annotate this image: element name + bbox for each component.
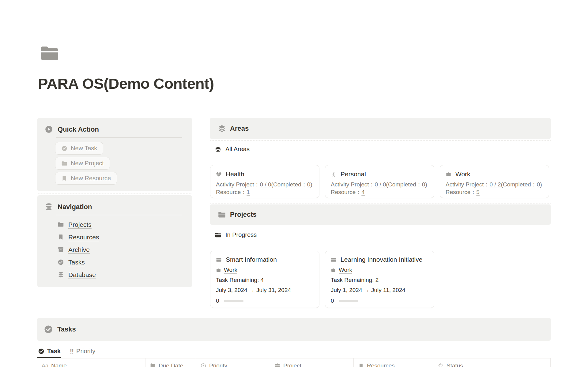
briefcase-icon <box>331 268 336 273</box>
navigation-title: Navigation <box>58 203 92 211</box>
folder-icon <box>61 160 67 167</box>
quick-action-panel: Quick Action New Task <box>37 118 192 191</box>
project-card-smart-information[interactable]: Smart Information Work Task Remaining: 4… <box>210 251 319 308</box>
progress-bar <box>339 300 358 302</box>
tab-task[interactable]: Task <box>37 345 61 358</box>
project-progress-row: 0 <box>331 298 428 304</box>
heart-pulse-icon <box>216 171 222 177</box>
area-card-personal[interactable]: Personal Activity Project：0 / 0(Complete… <box>325 165 434 198</box>
play-circle-icon <box>45 125 53 133</box>
new-project-label: New Project <box>71 160 104 167</box>
nav-item-database[interactable]: Database <box>58 268 186 281</box>
database-icon <box>58 272 64 278</box>
column-header-resources[interactable]: Resources <box>354 358 433 367</box>
completed-count-link[interactable]: 0 <box>307 181 311 188</box>
completed-count-link[interactable]: 0 <box>422 181 425 188</box>
task-remaining: Task Remaining: 4 <box>216 277 314 283</box>
card-title-row: Health <box>216 170 314 178</box>
quick-action-buttons: New Task New Project <box>55 142 186 185</box>
dashed-divider <box>210 204 551 204</box>
folder-icon <box>215 232 221 238</box>
area-card-name: Personal <box>341 170 366 178</box>
column-label: Resources <box>367 362 395 367</box>
card-title-row: Personal <box>331 170 428 178</box>
nav-item-tasks[interactable]: Tasks <box>58 256 186 268</box>
navigation-panel: Navigation Projects <box>37 195 192 287</box>
column-header-status[interactable]: Status <box>433 358 551 367</box>
nav-link-resources[interactable]: Resources <box>68 234 99 241</box>
new-resource-label: New Resource <box>71 175 111 182</box>
main-columns: Quick Action New Task <box>37 118 551 308</box>
progress-bar <box>224 300 243 302</box>
project-card-name: Smart Information <box>226 256 277 263</box>
check-circle-icon <box>61 145 67 152</box>
folder-icon <box>216 257 222 263</box>
right-column: Areas All Areas <box>210 118 551 308</box>
spinner-icon <box>438 363 444 367</box>
project-area-link[interactable]: Work <box>339 267 352 273</box>
column-label: Priority <box>209 362 227 367</box>
bookmark-icon <box>358 363 364 367</box>
area-card-name: Health <box>226 170 244 178</box>
activity-count-link[interactable]: 0 / 0 <box>375 181 386 188</box>
quick-action-header: Quick Action <box>45 125 186 133</box>
tab-task-label: Task <box>47 348 61 355</box>
resource-count-link[interactable]: 1 <box>247 189 250 195</box>
bookmark-icon <box>61 175 67 182</box>
nav-link-projects[interactable]: Projects <box>68 221 92 228</box>
area-card-work[interactable]: Work Activity Project：0 / 2(Completed：0)… <box>440 165 549 198</box>
project-dates: July 3, 2024 → July 31, 2024 <box>216 287 314 294</box>
new-project-button[interactable]: New Project <box>55 157 110 170</box>
card-title-row: Work <box>446 170 543 178</box>
nav-item-resources[interactable]: Resources <box>58 231 186 243</box>
column-header-due-date[interactable]: Due Date <box>145 358 196 367</box>
nav-link-database[interactable]: Database <box>68 271 96 279</box>
briefcase-icon <box>446 171 451 177</box>
tasks-view-tabs: Task !! Priority <box>37 345 551 358</box>
nav-item-archive[interactable]: Archive <box>58 243 186 256</box>
new-task-button[interactable]: New Task <box>55 142 103 155</box>
tasks-title: Tasks <box>57 325 76 333</box>
activity-count-link[interactable]: 0 / 0 <box>260 181 271 188</box>
nav-item-projects[interactable]: Projects <box>58 218 186 231</box>
project-card-learning-innovation[interactable]: Learning Innovation Initiative Work Task… <box>325 251 434 308</box>
archive-icon <box>58 246 64 253</box>
area-card-stats: Activity Project：0 / 2(Completed：0) Reso… <box>446 181 543 196</box>
para-os-page: PARA OS(Demo Content) Quick Action <box>0 0 588 367</box>
folder-icon <box>58 221 64 228</box>
column-header-name[interactable]: Aa Name <box>37 358 145 367</box>
activity-count-link[interactable]: 0 / 2 <box>490 181 501 188</box>
divider <box>56 215 182 215</box>
project-area-row: Work <box>216 267 314 273</box>
new-task-label: New Task <box>71 145 97 152</box>
card-title-row: Smart Information <box>216 256 314 263</box>
task-remaining: Task Remaining: 2 <box>331 277 428 283</box>
nav-link-tasks[interactable]: Tasks <box>68 259 85 266</box>
tab-priority[interactable]: !! Priority <box>69 345 96 358</box>
tasks-table-header: Aa Name Due Date Priority <box>37 358 551 367</box>
in-progress-label: In Progress <box>225 231 257 238</box>
area-card-health[interactable]: Health Activity Project：0 / 0(Completed：… <box>210 165 319 198</box>
double-exclamation-icon: !! <box>70 348 74 354</box>
areas-title: Areas <box>230 125 249 133</box>
nav-link-archive[interactable]: Archive <box>68 246 90 253</box>
page-folder-icon[interactable] <box>37 43 62 63</box>
resource-count-link[interactable]: 5 <box>476 189 480 195</box>
in-progress-view-tab[interactable]: In Progress <box>210 226 551 244</box>
new-resource-button[interactable]: New Resource <box>55 172 117 185</box>
column-header-priority[interactable]: Priority <box>196 358 270 367</box>
navigation-items: Projects Resources <box>58 218 186 281</box>
all-areas-view-tab[interactable]: All Areas <box>210 140 551 158</box>
briefcase-icon <box>216 268 221 273</box>
progress-value: 0 <box>216 298 219 304</box>
briefcase-icon <box>274 363 281 367</box>
completed-count-link[interactable]: 0 <box>537 181 540 188</box>
progress-value: 0 <box>331 298 334 304</box>
left-column: Quick Action New Task <box>37 118 192 308</box>
layers-icon <box>215 146 221 153</box>
area-card-stats: Activity Project：0 / 0(Completed：0) Reso… <box>216 181 314 196</box>
text-icon: Aa <box>42 363 48 367</box>
project-area-link[interactable]: Work <box>224 267 237 273</box>
resource-count-link[interactable]: 4 <box>361 189 365 195</box>
column-header-project[interactable]: Project <box>270 358 354 367</box>
